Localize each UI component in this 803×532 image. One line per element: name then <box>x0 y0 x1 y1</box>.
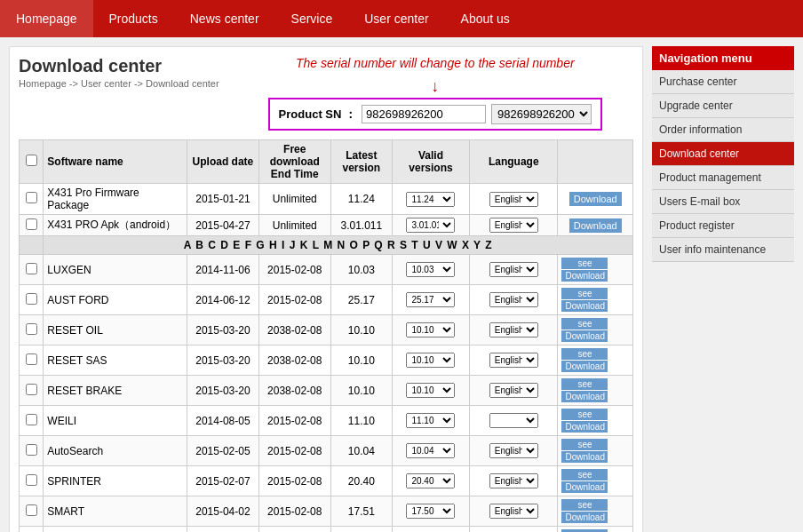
page-title: Download center <box>19 56 219 76</box>
free-dl-end: 2015-02-08 <box>258 527 330 533</box>
valid-version-select[interactable]: 10.10 <box>406 322 455 337</box>
software-name: SMART <box>44 496 187 527</box>
sidebar-item-upgrade-center[interactable]: Upgrade center <box>652 94 794 118</box>
language-select[interactable]: English <box>489 383 538 398</box>
col-header-name: Software name <box>44 140 187 184</box>
language-select[interactable]: English <box>489 322 538 337</box>
see-button[interactable]: see <box>561 288 608 299</box>
alpha-divider-row: A B C D E F G H I J K L M N O P Q R S T … <box>20 236 633 255</box>
language-select[interactable]: English <box>489 218 538 233</box>
language-select[interactable]: English <box>489 473 538 488</box>
language-select[interactable]: English <box>489 504 538 519</box>
free-dl-end: 2015-02-08 <box>258 466 330 496</box>
see-button[interactable]: see <box>561 409 608 420</box>
nav-about-us[interactable]: About us <box>445 0 526 37</box>
row-checkbox[interactable] <box>26 293 37 305</box>
download-button[interactable]: Download <box>561 451 608 463</box>
row-checkbox[interactable] <box>26 474 37 486</box>
see-button[interactable]: see <box>561 258 608 269</box>
nav-service[interactable]: Service <box>275 0 349 37</box>
latest-version: 10.10 <box>330 376 392 406</box>
top-navigation: Homepage Products News center Service Us… <box>0 0 803 37</box>
nav-news-center[interactable]: News center <box>174 0 275 37</box>
language-select[interactable]: English <box>489 353 538 368</box>
nav-user-center[interactable]: User center <box>348 0 444 37</box>
download-button[interactable]: Download <box>561 330 608 342</box>
language-select[interactable]: English <box>489 262 538 277</box>
valid-version-select[interactable]: 25.17 <box>406 292 455 307</box>
free-dl-end: Unlimited <box>258 184 330 215</box>
product-sn-dropdown[interactable]: 982698926200 <box>491 104 592 124</box>
row-checkbox[interactable] <box>26 504 37 516</box>
row-checkbox[interactable] <box>26 414 37 425</box>
valid-version-select[interactable]: 10.04 <box>406 443 455 458</box>
table-row: X431 Pro Firmware Package 2015-01-21 Unl… <box>20 184 633 215</box>
row-checkbox[interactable] <box>26 218 37 230</box>
valid-version-select[interactable]: 11.24 <box>406 192 455 207</box>
table-row: SPRINTER 2015-02-07 2015-02-08 20.40 20.… <box>20 466 633 496</box>
latest-version: 11.10 <box>330 406 392 436</box>
valid-version-select[interactable]: 10.03 <box>406 262 455 277</box>
language-select[interactable]: English <box>489 192 538 207</box>
sidebar-item-purchase-center[interactable]: Purchase center <box>652 70 794 94</box>
upload-date: 2014-08-05 <box>187 406 259 436</box>
see-button[interactable]: see <box>561 499 608 511</box>
sidebar-item-users-email-box[interactable]: Users E-mail box <box>652 190 794 214</box>
see-button[interactable]: see <box>561 318 608 330</box>
valid-version-select[interactable]: 3.01.011 <box>406 218 455 233</box>
valid-version-select[interactable]: 10.10 <box>406 383 455 398</box>
row-checkbox[interactable] <box>26 323 37 335</box>
software-name: GMSA <box>44 527 187 533</box>
sidebar-item-product-register[interactable]: Product register <box>652 214 794 238</box>
free-dl-end: 2038-02-08 <box>258 376 330 406</box>
row-checkbox[interactable] <box>26 192 37 203</box>
download-button[interactable]: Download <box>561 300 608 312</box>
row-checkbox[interactable] <box>26 263 37 274</box>
free-dl-end: Unlimited <box>258 215 330 236</box>
table-row: RESET SAS 2015-03-20 2038-02-08 10.10 10… <box>20 345 633 376</box>
table-row: AutoSearch 2015-02-05 2015-02-08 10.04 1… <box>20 436 633 466</box>
see-button[interactable]: see <box>561 378 608 390</box>
table-row: X431 PRO Apk（android） 2015-04-27 Unlimit… <box>20 215 633 236</box>
download-button[interactable]: Download <box>561 421 608 433</box>
upload-date: 2015-02-07 <box>187 466 259 496</box>
col-header-lang: Language <box>470 140 558 184</box>
sidebar-title: Navigation menu <box>652 46 794 70</box>
sidebar-item-order-information[interactable]: Order information <box>652 118 794 142</box>
select-all-checkbox[interactable] <box>26 155 37 166</box>
download-button[interactable]: Download <box>561 391 608 402</box>
latest-version: 10.71 <box>330 527 392 533</box>
row-checkbox[interactable] <box>26 444 37 456</box>
free-dl-end: 2038-02-08 <box>258 315 330 345</box>
download-button[interactable]: Download <box>561 512 608 523</box>
upload-date: 2015-04-27 <box>187 215 259 236</box>
see-button[interactable]: see <box>561 439 608 450</box>
valid-version-select[interactable]: 17.50 <box>406 504 455 519</box>
language-select[interactable] <box>489 413 538 428</box>
nav-products[interactable]: Products <box>93 0 174 37</box>
sidebar: Navigation menu Purchase center Upgrade … <box>652 46 794 532</box>
language-select[interactable]: English <box>489 443 538 458</box>
software-name: RESET BRAKE <box>44 376 187 406</box>
valid-version-select[interactable]: 10.10 <box>406 353 455 368</box>
product-sn-input[interactable]: 982698926200 <box>362 105 486 123</box>
language-select[interactable]: English <box>489 292 538 307</box>
see-button[interactable]: see <box>561 469 608 480</box>
row-checkbox[interactable] <box>26 384 37 395</box>
valid-version-select[interactable]: 11.10 <box>406 413 455 428</box>
breadcrumb: Homepage -> User center -> Download cent… <box>19 78 219 89</box>
download-button[interactable]: Download <box>561 361 608 372</box>
download-button[interactable]: Download <box>561 481 608 493</box>
sidebar-item-download-center[interactable]: Download center <box>652 142 794 166</box>
see-button[interactable]: see <box>561 348 608 360</box>
sidebar-item-user-info-maintenance[interactable]: User info maintenance <box>652 238 794 262</box>
nav-homepage[interactable]: Homepage <box>0 0 93 37</box>
sidebar-item-product-management[interactable]: Product management <box>652 166 794 190</box>
table-row: AUST FORD 2014-06-12 2015-02-08 25.17 25… <box>20 285 633 315</box>
download-button[interactable]: Download <box>569 218 622 233</box>
row-checkbox[interactable] <box>26 353 37 365</box>
download-button[interactable]: Download <box>569 192 622 206</box>
download-button[interactable]: Download <box>561 270 608 282</box>
software-name: X431 PRO Apk（android） <box>44 215 187 236</box>
valid-version-select[interactable]: 20.40 <box>406 473 455 488</box>
